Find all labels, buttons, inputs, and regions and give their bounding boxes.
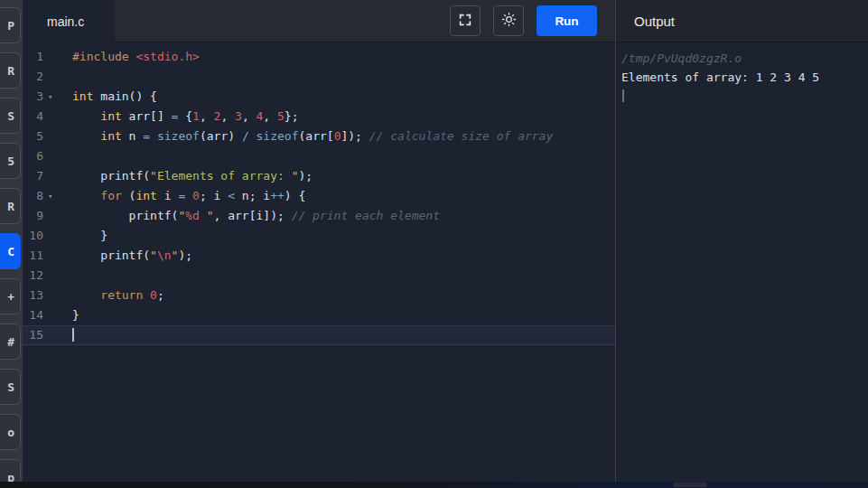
editor-topbar: main.c Run [23, 0, 615, 42]
output-panel: Output /tmp/PvUqd0zgzR.o Elements of arr… [616, 0, 868, 488]
language-sidebar: PRS5RC+#Sop [0, 0, 23, 488]
run-button[interactable]: Run [537, 5, 597, 36]
sidebar-item-html[interactable]: 5 [0, 143, 21, 179]
fold-arrow-icon[interactable]: ▾ [48, 87, 62, 107]
code-text: printf("Elements of array: "); [72, 166, 313, 186]
code-line-11[interactable]: 11 printf("\n"); [23, 246, 615, 266]
line-number: 2 [23, 67, 43, 87]
line-number: 9 [23, 206, 43, 226]
go-icon: o [7, 426, 14, 439]
code-line-8[interactable]: 8▾ for (int i = 0; i < n; i++) { [23, 186, 615, 206]
code-line-15[interactable]: 15 [23, 325, 615, 345]
code-line-4[interactable]: 4 int arr[] = {1, 2, 3, 4, 5}; [23, 107, 615, 127]
code-line-6[interactable]: 6 [23, 146, 615, 166]
javascript-icon: S [7, 380, 14, 394]
code-text: for (int i = 0; i < n; i++) { [72, 186, 305, 206]
sidebar-item-rust[interactable]: R [0, 188, 21, 224]
code-line-1[interactable]: 1#include <stdio.h> [23, 47, 615, 67]
bottom-strip [0, 482, 868, 488]
html-icon: 5 [7, 155, 14, 168]
sidebar-item-python[interactable]: P [0, 7, 21, 43]
sidebar-item-javascript[interactable]: S [0, 369, 21, 405]
line-number: 5 [23, 127, 43, 146]
code-line-9[interactable]: 9 printf("%d ", arr[i]); // print each e… [23, 206, 615, 226]
text-cursor [72, 328, 74, 342]
sun-icon [501, 12, 517, 30]
output-binary-path: /tmp/PvUqd0zgzR.o [621, 49, 868, 68]
code-text [72, 326, 74, 344]
code-line-14[interactable]: 14} [23, 305, 615, 325]
line-number: 6 [23, 146, 43, 166]
theme-toggle-button[interactable] [493, 5, 524, 36]
code-text: } [72, 305, 79, 325]
line-number: 7 [23, 166, 43, 186]
code-text: int arr[] = {1, 2, 3, 4, 5}; [72, 107, 299, 127]
online-compiler-app: PRS5RC+#Sop main.c [0, 0, 868, 488]
code-text: printf("\n"); [72, 246, 192, 266]
code-line-7[interactable]: 7 printf("Elements of array: "); [23, 166, 615, 186]
line-number: 8 [23, 186, 43, 206]
code-text: printf("%d ", arr[i]); // print each ele… [72, 206, 440, 226]
fullscreen-button[interactable] [450, 5, 481, 36]
code-line-13[interactable]: 13 return 0; [23, 286, 615, 305]
code-text: int main() { [72, 87, 157, 107]
sidebar-item-csharp[interactable]: # [0, 324, 21, 360]
tab-main-c[interactable]: main.c [23, 0, 115, 42]
code-editor[interactable]: 1#include <stdio.h>23▾int main() {4 int … [23, 42, 615, 488]
sidebar-item-go[interactable]: o [0, 414, 21, 450]
code-text: #include <stdio.h> [72, 47, 200, 67]
line-number: 10 [23, 226, 43, 246]
sidebar-item-sql[interactable]: S [0, 98, 21, 134]
cpp-icon: + [7, 290, 14, 304]
output-title: Output [634, 14, 675, 29]
line-number: 1 [23, 47, 43, 67]
line-number: 11 [23, 246, 43, 266]
fold-arrow-icon[interactable]: ▾ [48, 186, 62, 206]
output-cursor [622, 89, 624, 102]
code-line-2[interactable]: 2 [23, 67, 615, 87]
code-line-3[interactable]: 3▾int main() { [23, 87, 615, 107]
rust-icon: R [7, 200, 14, 213]
sidebar-item-c[interactable]: C [0, 233, 21, 269]
sidebar-item-r[interactable]: R [0, 52, 21, 89]
csharp-icon: # [7, 335, 14, 349]
sql-icon: S [7, 109, 14, 123]
line-number: 13 [23, 286, 43, 305]
output-header: Output [616, 0, 868, 42]
line-number: 3 [23, 87, 43, 107]
c-icon: C [7, 245, 14, 258]
output-console[interactable]: /tmp/PvUqd0zgzR.o Elements of array: 1 2… [616, 42, 868, 488]
code-line-12[interactable]: 12 [23, 266, 615, 286]
sidebar-item-cpp[interactable]: + [0, 278, 21, 314]
code-text: return 0; [72, 286, 164, 305]
line-number: 12 [23, 266, 43, 286]
line-number: 4 [23, 107, 43, 127]
fullscreen-icon [458, 13, 472, 30]
r-icon: R [7, 64, 14, 78]
line-number: 14 [23, 305, 43, 325]
bottom-scrollbar-thumb[interactable] [673, 483, 707, 487]
editor-pane: main.c Run 1#include <st [23, 0, 615, 488]
code-text: } [72, 226, 107, 246]
line-number: 15 [23, 326, 43, 344]
output-result-text: Elements of array: 1 2 3 4 5 [621, 68, 868, 87]
code-text: int n = sizeof(arr) / sizeof(arr[0]); //… [72, 127, 553, 146]
tab-label: main.c [47, 14, 84, 29]
python-icon: P [7, 19, 14, 33]
code-line-10[interactable]: 10 } [23, 226, 615, 246]
code-line-5[interactable]: 5 int n = sizeof(arr) / sizeof(arr[0]); … [23, 127, 615, 146]
